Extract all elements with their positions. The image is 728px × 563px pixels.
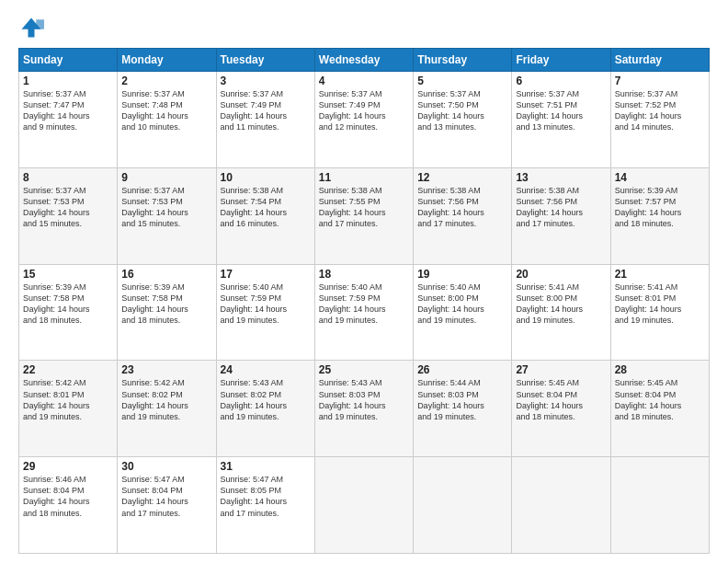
calendar-week-2: 8Sunrise: 5:37 AMSunset: 7:53 PMDaylight… xyxy=(19,167,710,264)
header xyxy=(18,15,710,40)
day-number: 8 xyxy=(23,171,113,184)
day-detail: Sunrise: 5:47 AMSunset: 8:04 PMDaylight:… xyxy=(121,474,211,519)
day-number: 17 xyxy=(221,268,311,281)
day-detail: Sunrise: 5:47 AMSunset: 8:05 PMDaylight:… xyxy=(221,474,311,519)
calendar-cell: 17Sunrise: 5:40 AMSunset: 7:59 PMDayligh… xyxy=(216,264,314,361)
day-number: 2 xyxy=(121,75,211,87)
day-detail: Sunrise: 5:37 AMSunset: 7:47 PMDaylight:… xyxy=(23,88,113,133)
day-number: 1 xyxy=(23,75,113,87)
calendar-cell: 22Sunrise: 5:42 AMSunset: 8:01 PMDayligh… xyxy=(19,361,118,457)
calendar-cell: 29Sunrise: 5:46 AMSunset: 8:04 PMDayligh… xyxy=(19,457,118,554)
calendar-cell: 13Sunrise: 5:38 AMSunset: 7:56 PMDayligh… xyxy=(512,167,610,264)
calendar-cell: 3Sunrise: 5:37 AMSunset: 7:49 PMDaylight… xyxy=(216,72,314,168)
calendar-cell: 9Sunrise: 5:37 AMSunset: 7:53 PMDaylight… xyxy=(118,167,216,264)
weekday-header-wednesday: Wednesday xyxy=(314,49,413,72)
day-detail: Sunrise: 5:44 AMSunset: 8:03 PMDaylight:… xyxy=(417,377,507,422)
day-detail: Sunrise: 5:46 AMSunset: 8:04 PMDaylight:… xyxy=(23,474,113,519)
day-detail: Sunrise: 5:41 AMSunset: 8:01 PMDaylight:… xyxy=(615,282,705,327)
day-detail: Sunrise: 5:40 AMSunset: 7:59 PMDaylight:… xyxy=(221,282,311,327)
day-number: 13 xyxy=(516,171,606,184)
calendar-cell: 19Sunrise: 5:40 AMSunset: 8:00 PMDayligh… xyxy=(414,264,512,361)
day-number: 14 xyxy=(615,171,705,184)
day-number: 4 xyxy=(319,75,409,87)
calendar-cell: 4Sunrise: 5:37 AMSunset: 7:49 PMDaylight… xyxy=(314,72,413,168)
calendar-cell: 30Sunrise: 5:47 AMSunset: 8:04 PMDayligh… xyxy=(118,457,216,554)
calendar-cell: 15Sunrise: 5:39 AMSunset: 7:58 PMDayligh… xyxy=(19,264,118,361)
day-number: 29 xyxy=(23,460,113,473)
day-number: 23 xyxy=(121,363,211,376)
weekday-header-saturday: Saturday xyxy=(610,49,709,72)
calendar-cell xyxy=(512,457,610,554)
calendar-cell: 1Sunrise: 5:37 AMSunset: 7:47 PMDaylight… xyxy=(19,72,118,168)
day-detail: Sunrise: 5:43 AMSunset: 8:03 PMDaylight:… xyxy=(319,377,409,422)
day-number: 20 xyxy=(516,268,606,281)
day-detail: Sunrise: 5:45 AMSunset: 8:04 PMDaylight:… xyxy=(615,377,705,422)
weekday-header-sunday: Sunday xyxy=(19,49,118,72)
day-detail: Sunrise: 5:37 AMSunset: 7:49 PMDaylight:… xyxy=(319,88,409,133)
calendar-cell: 2Sunrise: 5:37 AMSunset: 7:48 PMDaylight… xyxy=(118,72,216,168)
day-number: 21 xyxy=(615,268,705,281)
calendar-cell xyxy=(314,457,413,554)
calendar-week-5: 29Sunrise: 5:46 AMSunset: 8:04 PMDayligh… xyxy=(19,457,710,554)
day-detail: Sunrise: 5:39 AMSunset: 7:57 PMDaylight:… xyxy=(615,185,705,230)
calendar-cell: 14Sunrise: 5:39 AMSunset: 7:57 PMDayligh… xyxy=(610,167,709,264)
calendar-table: SundayMondayTuesdayWednesdayThursdayFrid… xyxy=(18,48,710,554)
calendar-cell xyxy=(414,457,512,554)
day-number: 7 xyxy=(615,75,705,87)
day-number: 31 xyxy=(221,460,311,473)
calendar-cell: 23Sunrise: 5:42 AMSunset: 8:02 PMDayligh… xyxy=(118,361,216,457)
day-detail: Sunrise: 5:37 AMSunset: 7:53 PMDaylight:… xyxy=(23,185,113,230)
calendar-cell: 16Sunrise: 5:39 AMSunset: 7:58 PMDayligh… xyxy=(118,264,216,361)
calendar-cell: 28Sunrise: 5:45 AMSunset: 8:04 PMDayligh… xyxy=(610,361,709,457)
calendar-week-4: 22Sunrise: 5:42 AMSunset: 8:01 PMDayligh… xyxy=(19,361,710,457)
day-detail: Sunrise: 5:38 AMSunset: 7:54 PMDaylight:… xyxy=(221,185,311,230)
day-number: 28 xyxy=(615,363,705,376)
day-detail: Sunrise: 5:41 AMSunset: 8:00 PMDaylight:… xyxy=(516,282,606,327)
day-detail: Sunrise: 5:40 AMSunset: 8:00 PMDaylight:… xyxy=(417,282,507,327)
calendar-week-1: 1Sunrise: 5:37 AMSunset: 7:47 PMDaylight… xyxy=(19,72,710,168)
calendar-header: SundayMondayTuesdayWednesdayThursdayFrid… xyxy=(19,49,710,72)
weekday-header-tuesday: Tuesday xyxy=(216,49,314,72)
day-detail: Sunrise: 5:38 AMSunset: 7:55 PMDaylight:… xyxy=(319,185,409,230)
day-number: 5 xyxy=(417,75,507,87)
svg-marker-1 xyxy=(36,19,44,29)
page: SundayMondayTuesdayWednesdayThursdayFrid… xyxy=(0,0,728,563)
day-number: 22 xyxy=(23,363,113,376)
calendar-cell xyxy=(610,457,709,554)
day-number: 27 xyxy=(516,363,606,376)
day-number: 6 xyxy=(516,75,606,87)
day-detail: Sunrise: 5:39 AMSunset: 7:58 PMDaylight:… xyxy=(23,282,113,327)
day-number: 25 xyxy=(319,363,409,376)
day-number: 12 xyxy=(417,171,507,184)
weekday-header-row: SundayMondayTuesdayWednesdayThursdayFrid… xyxy=(19,49,710,72)
calendar-cell: 8Sunrise: 5:37 AMSunset: 7:53 PMDaylight… xyxy=(19,167,118,264)
calendar-cell: 5Sunrise: 5:37 AMSunset: 7:50 PMDaylight… xyxy=(414,72,512,168)
day-number: 30 xyxy=(121,460,211,473)
weekday-header-monday: Monday xyxy=(118,49,216,72)
calendar-cell: 24Sunrise: 5:43 AMSunset: 8:02 PMDayligh… xyxy=(216,361,314,457)
calendar-cell: 7Sunrise: 5:37 AMSunset: 7:52 PMDaylight… xyxy=(610,72,709,168)
day-number: 10 xyxy=(221,171,311,184)
day-number: 24 xyxy=(221,363,311,376)
day-detail: Sunrise: 5:42 AMSunset: 8:01 PMDaylight:… xyxy=(23,377,113,422)
day-detail: Sunrise: 5:37 AMSunset: 7:53 PMDaylight:… xyxy=(121,185,211,230)
calendar-cell: 20Sunrise: 5:41 AMSunset: 8:00 PMDayligh… xyxy=(512,264,610,361)
calendar-week-3: 15Sunrise: 5:39 AMSunset: 7:58 PMDayligh… xyxy=(19,264,710,361)
day-detail: Sunrise: 5:43 AMSunset: 8:02 PMDaylight:… xyxy=(221,377,311,422)
day-detail: Sunrise: 5:38 AMSunset: 7:56 PMDaylight:… xyxy=(417,185,507,230)
day-number: 11 xyxy=(319,171,409,184)
day-number: 26 xyxy=(417,363,507,376)
calendar-cell: 6Sunrise: 5:37 AMSunset: 7:51 PMDaylight… xyxy=(512,72,610,168)
logo-icon xyxy=(18,15,44,40)
weekday-header-thursday: Thursday xyxy=(414,49,512,72)
day-number: 16 xyxy=(121,268,211,281)
day-number: 3 xyxy=(221,75,311,87)
calendar-cell: 26Sunrise: 5:44 AMSunset: 8:03 PMDayligh… xyxy=(414,361,512,457)
day-detail: Sunrise: 5:37 AMSunset: 7:50 PMDaylight:… xyxy=(417,88,507,133)
day-detail: Sunrise: 5:37 AMSunset: 7:51 PMDaylight:… xyxy=(516,88,606,133)
calendar-cell: 11Sunrise: 5:38 AMSunset: 7:55 PMDayligh… xyxy=(314,167,413,264)
calendar-cell: 10Sunrise: 5:38 AMSunset: 7:54 PMDayligh… xyxy=(216,167,314,264)
calendar-cell: 21Sunrise: 5:41 AMSunset: 8:01 PMDayligh… xyxy=(610,264,709,361)
day-detail: Sunrise: 5:40 AMSunset: 7:59 PMDaylight:… xyxy=(319,282,409,327)
day-number: 19 xyxy=(417,268,507,281)
